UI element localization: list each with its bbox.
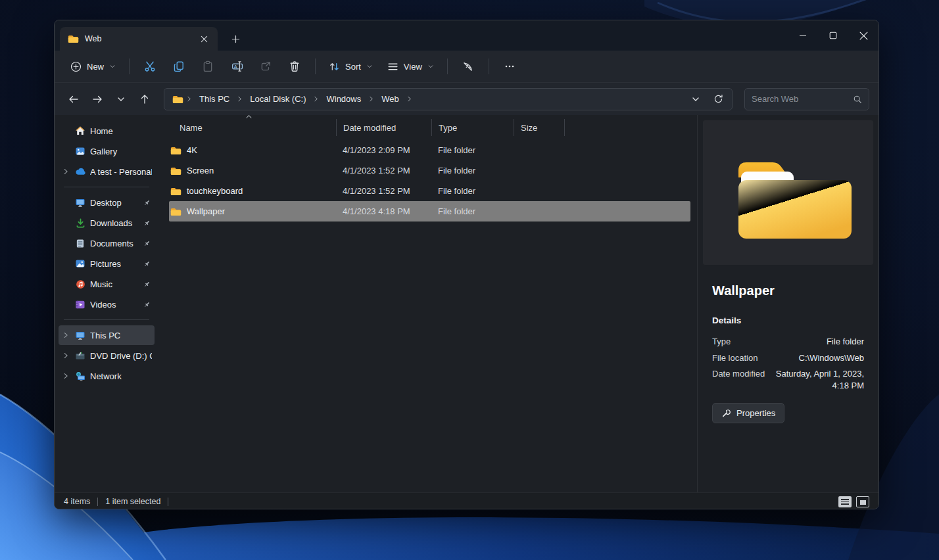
close-window-button[interactable] [848,20,879,51]
folder-icon [170,146,181,155]
sidebar-item-label: Gallery [90,147,152,156]
cut-button[interactable] [136,55,164,78]
copy-button[interactable] [165,55,193,78]
refresh-button[interactable] [708,89,728,109]
search-input[interactable] [752,94,848,104]
file-list-pane: Name Date modified Type Size [158,115,697,492]
search-icon[interactable] [853,95,862,104]
chevron-down-icon [109,63,116,70]
breadcrumb-chevron[interactable] [368,96,374,102]
detail-field-location: File location C:\Windows\Web [712,352,864,364]
view-toggles [838,496,869,507]
sidebar-item-this-pc[interactable]: This PC [59,325,155,345]
field-label: Date modified [712,368,767,391]
file-row-screen[interactable]: Screen 4/1/2023 1:52 PM File folder [169,160,690,181]
recent-locations-button[interactable] [111,89,131,109]
videos-icon [74,300,86,310]
breadcrumb-windows[interactable]: Windows [322,91,366,106]
pictures-icon [74,258,86,269]
sidebar-item-dvd-drive[interactable]: DVD Drive (D:) CCC [59,346,155,365]
sidebar-item-gallery[interactable]: Gallery [59,141,155,161]
back-button[interactable] [64,89,84,109]
pin-icon [141,260,152,268]
breadcrumb-chevron[interactable] [237,96,243,102]
status-divider [97,498,98,506]
column-header-type[interactable]: Type [431,119,514,136]
expand-chevron-icon[interactable] [61,373,70,379]
expand-chevron-icon[interactable] [61,332,70,338]
large-thumbnails-icon [860,500,866,505]
home-icon [74,126,86,136]
column-header-date-modified[interactable]: Date modified [336,119,431,136]
up-button[interactable] [135,89,155,109]
sidebar-item-home[interactable]: Home [59,121,155,141]
details-section-heading: Details [712,315,864,325]
breadcrumb-web[interactable]: Web [377,91,404,106]
sidebar-item-network[interactable]: Network [59,366,155,386]
sidebar-item-pictures[interactable]: Pictures [59,254,155,273]
file-explorer-window: Web [54,20,879,509]
breadcrumb-this-pc[interactable]: This PC [195,91,234,106]
pizza-slice-icon [462,60,474,73]
see-more-button[interactable] [496,55,523,78]
paste-button[interactable] [194,55,222,78]
breadcrumb-chevron[interactable] [186,96,192,102]
sidebar-item-label: A test - Personal [90,167,152,177]
toolbar-divider [489,58,489,74]
tab-close-button[interactable] [195,30,212,47]
rename-button[interactable]: A [223,55,251,78]
filters-extension-button[interactable] [454,55,482,78]
file-name: 4K [187,145,197,155]
breadcrumb-chevron[interactable] [406,96,412,102]
new-tab-button[interactable] [227,30,244,47]
minimize-button[interactable] [788,20,818,51]
documents-icon [74,239,86,248]
details-view-toggle[interactable] [838,496,852,507]
column-headers: Name Date modified Type Size [169,119,690,136]
sidebar-item-downloads[interactable]: Downloads [59,213,155,233]
window-controls [788,20,879,51]
large-thumbnails-view-toggle[interactable] [856,496,869,507]
desktop-icon [74,198,86,208]
delete-button[interactable] [281,55,308,78]
forward-button[interactable] [87,89,107,109]
expand-chevron-icon[interactable] [61,352,70,359]
refresh-icon [713,94,723,104]
search-box [744,88,869,110]
column-header-size[interactable]: Size [514,119,565,136]
file-row-touchkeyboard[interactable]: touchkeyboard 4/1/2023 1:52 PM File fold… [169,181,690,201]
column-header-name[interactable]: Name [169,119,336,136]
details-view-icon [841,499,849,505]
properties-button[interactable]: Properties [712,403,784,423]
desktop-wallpaper: Web [0,0,939,560]
folder-icon [170,207,181,216]
sort-button[interactable]: Sort [322,55,379,78]
breadcrumb-chevron[interactable] [313,96,319,102]
explorer-body: Home Gallery A test - Person [55,115,879,492]
address-bar[interactable]: This PC Local Disk (C:) Windows Web [164,88,733,110]
new-button[interactable]: New [64,55,122,78]
file-row-4k[interactable]: 4K 4/1/2023 2:09 PM File folder [169,140,690,160]
view-button[interactable]: View [381,55,441,78]
maximize-button[interactable] [818,20,848,51]
downloads-icon [74,218,86,228]
file-type: File folder [431,186,514,196]
address-dropdown-button[interactable] [686,89,706,109]
sidebar-item-documents[interactable]: Documents [59,233,155,253]
file-name: touchkeyboard [187,186,243,196]
minimize-icon [799,32,807,39]
sidebar-item-videos[interactable]: Videos [59,294,155,314]
share-button[interactable] [252,55,279,78]
field-label: File location [712,352,767,364]
file-row-wallpaper[interactable]: Wallpaper 4/1/2023 4:18 PM File folder [169,201,690,222]
sidebar-item-music[interactable]: Music [59,274,155,294]
explorer-tab[interactable]: Web [60,27,218,51]
this-pc-icon [74,331,86,340]
breadcrumb-local-disk[interactable]: Local Disk (C:) [245,91,310,106]
sidebar-item-label: DVD Drive (D:) CCC [90,351,152,361]
toolbar-divider [447,58,448,74]
expand-chevron-icon[interactable] [61,168,70,175]
sidebar-item-onedrive[interactable]: A test - Personal [59,162,155,181]
music-icon [74,279,86,289]
sidebar-item-desktop[interactable]: Desktop [59,193,155,212]
